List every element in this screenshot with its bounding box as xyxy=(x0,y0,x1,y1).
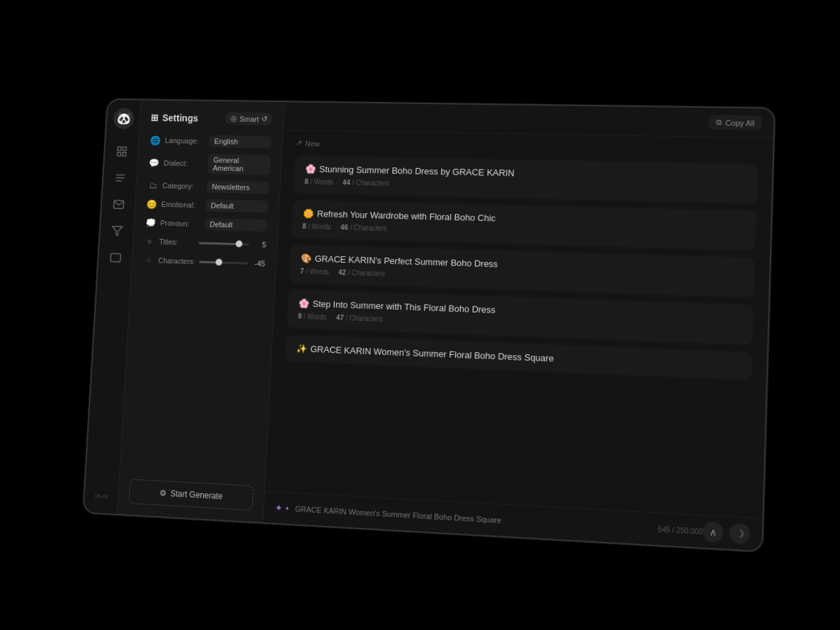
char-count: 545 / 250.000 xyxy=(657,524,702,535)
bottom-actions: ∧ ☽ xyxy=(702,521,750,544)
refresh-icon: ↺ xyxy=(261,114,267,123)
result-emoji-3: 🎨 xyxy=(300,253,311,263)
smart-icon: ◎ xyxy=(230,114,237,123)
avatar: 🐼 xyxy=(113,108,134,129)
result-stat-words-3: 7 / Words xyxy=(299,267,329,275)
characters-slider-container: -45 xyxy=(199,257,265,267)
result-emoji-2: 🌼 xyxy=(302,208,313,218)
sidebar-icon-filter[interactable] xyxy=(104,218,129,242)
titles-slider-fill xyxy=(199,241,239,244)
result-meta-1: 8 / Words 44 / Characters xyxy=(304,178,746,195)
partial-result-title: ✨ GRACE KARIN Women's Summer Floral Boho… xyxy=(296,343,740,371)
result-stat-chars-3: 42 / Characters xyxy=(338,268,384,277)
generate-icon: ⚙ xyxy=(158,488,166,497)
result-card-1[interactable]: 🌸 Stunning Summer Boho Dress by GRACE KA… xyxy=(293,155,757,204)
result-meta-2: 8 / Words 46 / Characters xyxy=(302,222,744,242)
result-stat-chars-1: 44 / Characters xyxy=(342,179,388,187)
result-stat-words-1: 8 / Words xyxy=(304,178,333,186)
titles-icon: ≡ xyxy=(143,235,156,247)
result-meta-3: 7 / Words 42 / Characters xyxy=(299,267,742,288)
sidebar-icon-paragraph[interactable] xyxy=(108,165,132,190)
svg-marker-7 xyxy=(111,226,122,235)
svg-rect-0 xyxy=(117,147,120,150)
copy-all-button[interactable]: ⧉ Copy All xyxy=(708,115,761,130)
language-value[interactable]: English xyxy=(208,135,272,148)
sparkle-icon: ✦✦ xyxy=(274,501,290,513)
result-emoji-4: 🌸 xyxy=(298,298,309,308)
result-stat-chars-2: 46 / Characters xyxy=(340,223,386,232)
sidebar-icon-envelope[interactable] xyxy=(106,192,130,216)
scroll-up-button[interactable]: ∧ xyxy=(702,521,723,542)
bottom-bar: ✦✦ GRACE KARIN Women's Summer Floral Boh… xyxy=(263,490,761,550)
titles-slider-thumb[interactable] xyxy=(235,240,242,247)
product-input-area: ✦✦ GRACE KARIN Women's Summer Floral Boh… xyxy=(274,501,658,534)
result-stat-words-4: 9 / Words xyxy=(297,312,327,320)
category-value[interactable]: Newsletters xyxy=(206,180,269,193)
dialect-row: 💬 Dialect: General American xyxy=(147,152,270,174)
characters-icon: ○ xyxy=(142,254,154,266)
dark-mode-button[interactable]: ☽ xyxy=(729,522,750,544)
emotional-row: 😊 Emotional: Default xyxy=(145,197,268,213)
result-meta-4: 9 / Words 47 / Characters xyxy=(297,312,741,335)
main-content: ⧉ Copy All ↗ New 🌸 Stunning Summer Boho … xyxy=(263,102,773,551)
pronoun-value[interactable]: Default xyxy=(204,217,267,231)
result-emoji-1: 🌸 xyxy=(305,163,316,174)
partial-result-card[interactable]: ✨ GRACE KARIN Women's Summer Floral Boho… xyxy=(285,334,752,380)
emotional-icon: 😊 xyxy=(145,197,158,210)
result-card-4[interactable]: 🌸 Step Into Summer with This Floral Boho… xyxy=(286,289,753,345)
start-generate-button[interactable]: ⚙ Start Generate xyxy=(129,479,254,510)
result-card-3[interactable]: 🎨 GRACE KARIN's Perfect Summer Boho Dres… xyxy=(288,244,755,297)
sidebar-icon-layout[interactable] xyxy=(109,139,133,163)
dialect-icon: 💬 xyxy=(147,156,160,169)
settings-icon: ⊞ xyxy=(150,112,158,122)
product-text: GRACE KARIN Women's Summer Floral Boho D… xyxy=(295,504,658,533)
pronoun-row: 💭 Pronoun: Default xyxy=(144,216,267,231)
dialect-value[interactable]: General American xyxy=(207,154,270,175)
characters-slider-value: -45 xyxy=(252,259,265,267)
settings-header: ⊞ Settings ◎ Smart ↺ xyxy=(150,110,272,125)
copy-icon: ⧉ xyxy=(716,117,722,126)
result-card-2[interactable]: 🌼 Refresh Your Wardrobe with Floral Boho… xyxy=(291,199,757,250)
characters-slider-track xyxy=(199,260,247,264)
characters-slider-row: ○ Characters: -45 xyxy=(142,254,265,270)
language-icon: 🌐 xyxy=(149,134,161,146)
result-stat-words-2: 8 / Words xyxy=(302,222,331,231)
settings-title: ⊞ Settings xyxy=(150,112,198,123)
svg-rect-1 xyxy=(122,147,126,150)
results-area: ↗ New 🌸 Stunning Summer Boho Dress by GR… xyxy=(265,130,773,517)
pronoun-icon: 💭 xyxy=(144,216,156,229)
svg-rect-3 xyxy=(122,152,125,156)
new-icon: ↗ xyxy=(295,138,302,147)
sidebar-icon-mail[interactable] xyxy=(103,245,127,270)
category-icon: 🗂 xyxy=(146,179,158,191)
settings-panel: ⊞ Settings ◎ Smart ↺ 🌐 Language: English xyxy=(117,100,285,522)
titles-slider-container: 5 xyxy=(199,238,266,248)
smart-toggle[interactable]: ◎ Smart ↺ xyxy=(224,112,272,125)
language-row: 🌐 Language: English xyxy=(149,134,271,148)
partial-emoji: ✨ xyxy=(296,343,307,354)
characters-slider-thumb[interactable] xyxy=(215,258,222,265)
version-label: 05.48 xyxy=(94,492,108,505)
category-row: 🗂 Category: Newsletters xyxy=(146,179,269,193)
titles-slider-track xyxy=(199,241,249,244)
result-stat-chars-4: 47 / Characters xyxy=(336,313,383,322)
titles-slider-row: ≡ Titles: 5 xyxy=(143,235,266,250)
svg-rect-2 xyxy=(117,152,120,156)
titles-slider-value: 5 xyxy=(252,240,266,248)
emotional-value[interactable]: Default xyxy=(205,199,268,213)
new-tag: ↗ New xyxy=(295,137,758,157)
